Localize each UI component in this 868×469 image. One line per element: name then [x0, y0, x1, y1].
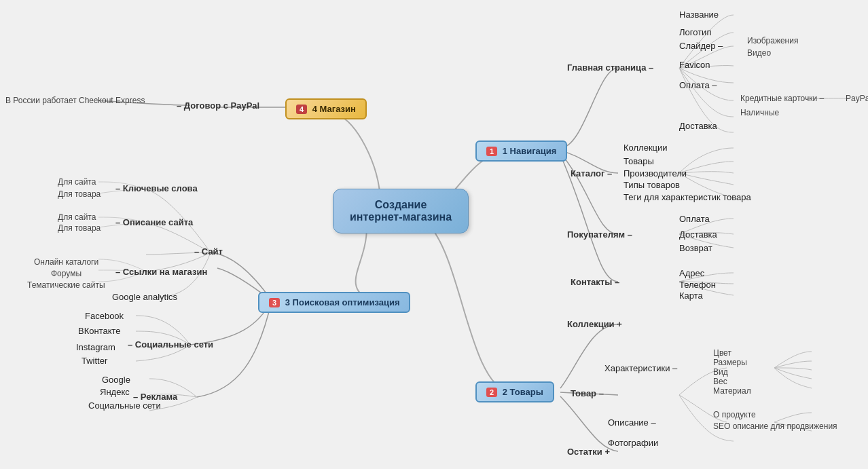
adres-node: Адрес: [679, 268, 704, 278]
magazin-node: 4 4 Магазин: [285, 98, 367, 119]
nazvanie-node: Название: [679, 10, 719, 20]
tovary-node: 2 2 Товары: [475, 381, 554, 402]
razmery-node: Размеры: [713, 357, 747, 367]
yandex-node: Яндекс: [100, 387, 130, 397]
material-node: Материал: [713, 386, 751, 396]
oplata-pok-node: Оплата: [679, 214, 710, 224]
katalog-node: Каталог –: [571, 168, 612, 179]
kreditnye-node: Кредитные карточки –: [740, 93, 824, 103]
tegi-node: Теги для характеристик товара: [623, 192, 751, 202]
tematicheskie-node: Тематические сайты: [27, 280, 105, 290]
favicon-node: Favicon: [679, 60, 710, 70]
ostatki-node: Остатки +: [567, 447, 610, 457]
instagram-node: Instagram: [76, 342, 115, 352]
center-node: Создание интернет-магазина: [333, 189, 469, 233]
dogovor-node: – Договор с PayPal: [177, 100, 259, 111]
magazin-label: 4 4 Магазин: [285, 98, 367, 119]
kollektsii-kat-node: Коллекции: [623, 143, 668, 153]
slayder-node: Слайдер –: [679, 41, 723, 51]
telefon-node: Телефон: [679, 280, 716, 290]
navigaciya-label: 1 1 Навигация: [475, 140, 567, 162]
tovary-kat-node: Товары: [623, 156, 654, 166]
video-node: Видео: [747, 48, 771, 58]
vid-node: Вид: [713, 367, 728, 377]
kollektsii-plus-node: Коллекции +: [567, 319, 622, 329]
russia-node: В России работает Checkout Express: [5, 95, 145, 105]
tovar-node: Товар –: [571, 388, 604, 398]
pokupatelem-node: Покупателям –: [567, 229, 632, 240]
izobrazeniya-node: Изображения: [747, 35, 798, 45]
o-produkte-node: О продукте: [713, 409, 756, 419]
dlya-tovara-2-node: Для товара: [58, 223, 101, 233]
proizvoditeli-node: Производители: [623, 168, 687, 179]
logotip-node: Логотип: [679, 27, 711, 37]
vkontakte-node: ВКонтакте: [78, 326, 121, 336]
dostavka-pok-node: Доставка: [679, 229, 717, 240]
tsvet-node: Цвет: [713, 348, 731, 358]
nalichnye-node: Наличные: [740, 107, 779, 117]
dlya-tovara-1-node: Для товара: [58, 189, 101, 199]
oplata-nav-node: Оплата –: [679, 80, 717, 90]
poiskovaya-label: 3 3 Поисковая оптимизация: [258, 292, 410, 313]
glavnaya-node: Главная страница –: [567, 62, 653, 73]
ssylki-node: – Ссылки на магазин: [115, 267, 207, 277]
karta-node: Карта: [679, 290, 703, 301]
poiskovaya-node: 3 3 Поисковая оптимизация: [258, 292, 410, 313]
sait-node: – Сайт: [194, 246, 223, 257]
twitter-node: Twitter: [82, 356, 107, 366]
paypal-node: PayPal: [846, 93, 868, 103]
harakteristiki-node: Характеристики –: [604, 363, 677, 373]
center-label: Создание интернет-магазина: [333, 189, 469, 233]
onlain-node: Онлайн каталоги: [34, 257, 98, 267]
ves-node: Вес: [713, 376, 727, 386]
dlya-saita-2-node: Для сайта: [58, 212, 96, 222]
soc-seti-node: – Социальные сети: [128, 339, 213, 350]
forumi-node: Форумы: [51, 268, 82, 278]
fotografii-node: Фотографии: [608, 438, 658, 448]
klyuchevye-node: – Ключевые слова: [115, 183, 198, 193]
tipy-node: Типы товаров: [623, 180, 680, 190]
seo-opisanie-node: SEO описание для продвижения: [713, 421, 837, 431]
kontakty-node: Контакты –: [571, 277, 619, 287]
navigaciya-node: 1 1 Навигация: [475, 140, 567, 162]
facebook-node: Facebook: [85, 311, 124, 321]
google-analytics-node: Google analytics: [112, 292, 177, 302]
opisanie-saita-node: – Описание сайта: [115, 217, 193, 227]
vozvrat-node: Возврат: [679, 243, 712, 253]
dostavka-nav-node: Доставка: [679, 121, 717, 131]
soc-seti-rek-node: Социальные сети: [88, 400, 161, 411]
opisanie-node: Описание –: [608, 417, 656, 428]
google-node: Google: [102, 375, 130, 385]
dlya-saita-1-node: Для сайта: [58, 176, 96, 187]
tovary-label: 2 2 Товары: [475, 381, 554, 402]
